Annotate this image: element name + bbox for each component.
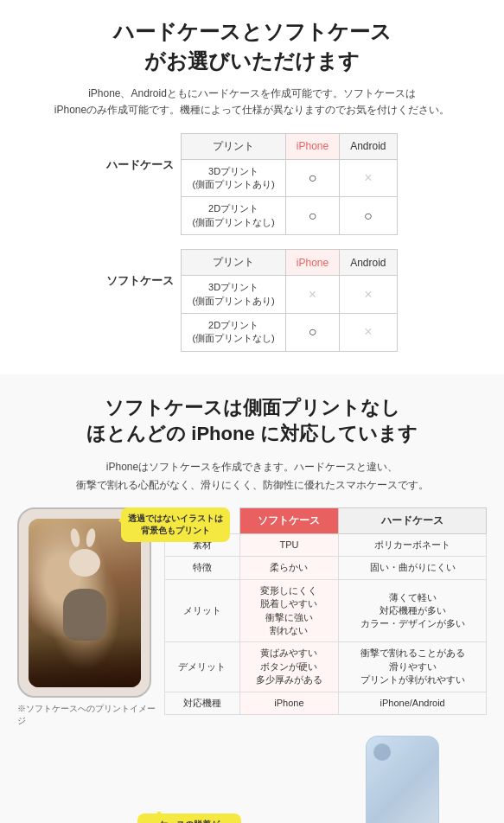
soft-row-2d: 2Dプリント(側面プリントなし) ○ × <box>182 313 397 351</box>
rabbit-head <box>69 549 100 577</box>
comp-label-feature: 特徴 <box>165 557 240 579</box>
hard-3d-iphone: ○ <box>285 159 339 197</box>
soft-col-print: プリント <box>182 250 285 276</box>
hard-case-table-wrapper: ハードケース プリント iPhone Android 3Dプリント(側面プリント… <box>17 133 487 236</box>
speech-bubble-top: 透過ではないイラストは背景色もプリント <box>121 507 230 542</box>
comp-hard-device: iPhone/Android <box>339 692 487 714</box>
hard-col-android: Android <box>340 133 397 159</box>
print-note: ※ソフトケースへのプリントイメージ <box>17 703 156 727</box>
soft-col-android: Android <box>340 250 397 276</box>
section1-description: iPhone、Androidともにハードケースを作成可能です。ソフトケースはiP… <box>17 86 487 118</box>
comp-header-hard: ハードケース <box>339 508 487 534</box>
hard-3d-android: × <box>340 159 397 197</box>
comp-label-device: 対応機種 <box>165 692 240 714</box>
comp-row-demerit: デメリット 黄ばみやすいボタンが硬い多少厚みがある 衝撃で割れることがある滑りや… <box>165 642 487 692</box>
soft-col-iphone: iPhone <box>285 250 339 276</box>
rabbit-ear-left <box>69 528 81 548</box>
comp-header-soft: ソフトケース <box>239 508 339 534</box>
comp-label-merit: メリット <box>165 579 240 642</box>
comp-hard-merit: 薄くて軽い対応機種が多いカラー・デザインが多い <box>339 579 487 642</box>
comp-row-device: 対応機種 iPhone iPhone/Android <box>165 692 487 714</box>
section1-title: ハードケースとソフトケースがお選びいただけます <box>17 17 487 75</box>
hard-case-camera-cutout <box>373 743 391 761</box>
section2-title: ソフトケースは側面プリントなしほとんどの iPhone に対応しています <box>17 395 487 449</box>
soft-2d-iphone: ○ <box>285 313 339 351</box>
section1-hard-soft: ハードケースとソフトケースがお選びいただけます iPhone、Androidとも… <box>0 0 504 374</box>
comp-soft-feature: 柔らかい <box>239 557 339 579</box>
comp-hard-material: ポリカーボネート <box>339 534 487 557</box>
comp-soft-device: iPhone <box>239 692 339 714</box>
hard-row-3d: 3Dプリント(側面プリントあり) ○ × <box>182 159 397 197</box>
hard-case-table: プリント iPhone Android 3Dプリント(側面プリントあり) ○ ×… <box>181 133 397 236</box>
hard-col-iphone: iPhone <box>285 133 339 159</box>
comp-row-merit: メリット 変形しにくく脱着しやすい衝撃に強い割れない 薄くて軽い対応機種が多いカ… <box>165 579 487 642</box>
soft-3d-iphone: × <box>285 276 339 314</box>
comp-row-feature: 特徴 柔らかい 固い・曲がりにくい <box>165 557 487 579</box>
hard-row-2d: 2Dプリント(側面プリントなし) ○ ○ <box>182 197 397 235</box>
soft-case-table-wrapper: ソフトケース プリント iPhone Android 3Dプリント(側面プリント… <box>17 249 487 352</box>
rabbit-body <box>63 589 106 641</box>
soft-case-label: ソフトケース <box>106 249 174 289</box>
comp-label-demerit: デメリット <box>165 642 240 692</box>
hard-case-label: ハードケース <box>106 133 174 173</box>
comp-hard-demerit: 衝撃で割れることがある滑りやすいプリントが剥がれやすい <box>339 642 487 692</box>
soft-3d-android: × <box>340 276 397 314</box>
speech-bubble-bottom: ケースの脱着が苦手な方におすすめ。 <box>137 813 241 823</box>
comp-hard-feature: 固い・曲がりにくい <box>339 557 487 579</box>
soft-2d-label: 2Dプリント(側面プリントなし) <box>182 313 285 351</box>
hard-2d-android: ○ <box>340 197 397 235</box>
rabbit-ear-right <box>85 528 97 548</box>
section2-bottom: ケースの脱着が苦手な方におすすめ。 <box>17 736 487 823</box>
hard-2d-label: 2Dプリント(側面プリントなし) <box>182 197 285 235</box>
soft-3d-label: 3Dプリント(側面プリントあり) <box>182 276 285 314</box>
hard-3d-label: 3Dプリント(側面プリントあり) <box>182 159 285 197</box>
phone-image-col: 透過ではないイラストは背景色もプリント ※ソフトケースへのプリントイメージ <box>17 507 156 727</box>
phone-screen <box>29 519 141 687</box>
hard-case-mockup <box>366 736 439 823</box>
comp-soft-material: TPU <box>239 534 339 557</box>
section2-soft-case: ソフトケースは側面プリントなしほとんどの iPhone に対応しています iPh… <box>0 374 504 823</box>
phone-art-display <box>29 519 141 687</box>
dark-overlay <box>29 635 141 687</box>
comparison-area: 透過ではないイラストは背景色もプリント ※ソフトケースへのプリントイメージ <box>17 507 487 727</box>
comp-soft-merit: 変形しにくく脱着しやすい衝撃に強い割れない <box>239 579 339 642</box>
section2-description: iPhoneはソフトケースを作成できます。ハードケースと違い、衝撃で割れる心配が… <box>17 458 487 494</box>
soft-case-table: プリント iPhone Android 3Dプリント(側面プリントあり) × ×… <box>181 249 397 352</box>
soft-2d-android: × <box>340 313 397 351</box>
soft-row-3d: 3Dプリント(側面プリントあり) × × <box>182 276 397 314</box>
hard-col-print: プリント <box>182 133 285 159</box>
comp-soft-demerit: 黄ばみやすいボタンが硬い多少厚みがある <box>239 642 339 692</box>
hard-2d-iphone: ○ <box>285 197 339 235</box>
